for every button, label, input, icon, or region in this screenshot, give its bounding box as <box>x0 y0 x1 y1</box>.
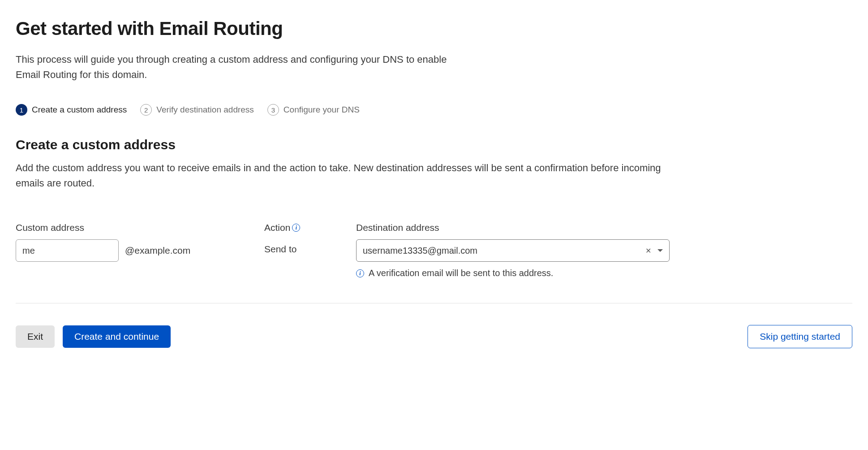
step-1-number: 1 <box>16 104 27 116</box>
custom-address-input[interactable] <box>16 239 119 262</box>
action-column: Actioni Send to <box>264 222 356 278</box>
chevron-down-icon[interactable] <box>657 249 663 252</box>
custom-address-column: Custom address @example.com <box>16 222 264 278</box>
step-2-label: Verify destination address <box>156 105 254 115</box>
custom-address-wrap: @example.com <box>16 239 264 262</box>
destination-label: Destination address <box>356 222 670 233</box>
clear-icon[interactable]: ✕ <box>644 245 653 257</box>
button-row: Exit Create and continue Skip getting st… <box>16 325 852 348</box>
divider <box>16 303 852 303</box>
step-3: 3 Configure your DNS <box>267 104 360 116</box>
create-continue-button[interactable]: Create and continue <box>63 325 171 348</box>
verification-note: i A verification email will be sent to t… <box>356 268 670 278</box>
verification-note-text: A verification email will be sent to thi… <box>369 268 553 278</box>
skip-button[interactable]: Skip getting started <box>748 325 852 348</box>
progress-steps: 1 Create a custom address 2 Verify desti… <box>16 104 852 116</box>
destination-select[interactable]: username13335@gmail.com ✕ <box>356 239 670 262</box>
exit-button[interactable]: Exit <box>16 325 55 348</box>
step-2-number: 2 <box>140 104 152 116</box>
step-1: 1 Create a custom address <box>16 104 127 116</box>
action-label-text: Action <box>264 222 290 233</box>
section-description: Add the custom address you want to recei… <box>16 160 665 191</box>
domain-suffix: @example.com <box>125 245 190 256</box>
destination-select-value: username13335@gmail.com <box>363 246 644 256</box>
info-icon: i <box>356 269 364 277</box>
section-title: Create a custom address <box>16 137 852 152</box>
custom-address-label: Custom address <box>16 222 264 233</box>
form-row: Custom address @example.com Actioni Send… <box>16 222 852 278</box>
select-controls: ✕ <box>644 245 663 257</box>
step-2: 2 Verify destination address <box>140 104 254 116</box>
action-label: Actioni <box>264 222 356 233</box>
info-icon[interactable]: i <box>292 224 300 232</box>
destination-column: Destination address username13335@gmail.… <box>356 222 670 278</box>
action-value: Send to <box>264 239 356 255</box>
step-3-number: 3 <box>267 104 279 116</box>
step-3-label: Configure your DNS <box>284 105 360 115</box>
page-description: This process will guide you through crea… <box>16 52 450 82</box>
step-1-label: Create a custom address <box>32 105 127 115</box>
page-title: Get started with Email Routing <box>16 18 852 39</box>
